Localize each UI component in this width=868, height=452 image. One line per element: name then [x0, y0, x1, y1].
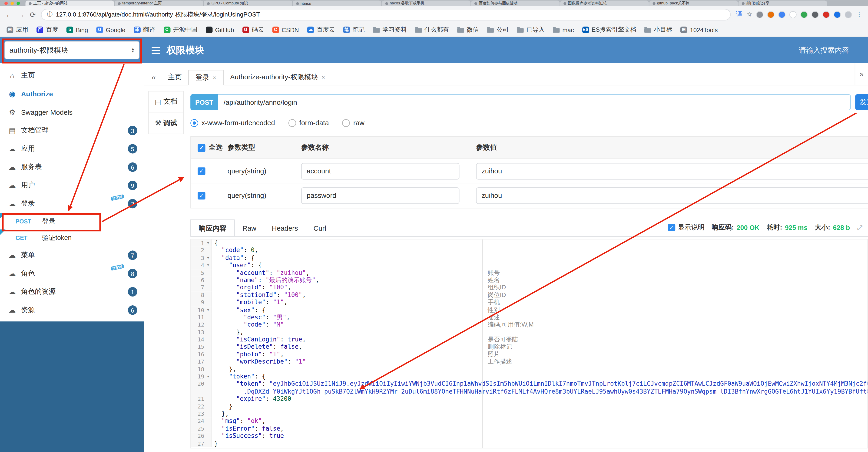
fold-icon[interactable]: ▾ [205, 262, 211, 269]
body-type-option[interactable]: raw [342, 119, 365, 126]
bookmark-item[interactable]: 译翻译 [134, 26, 155, 34]
browser-tab[interactable]: GPU - Compute 知识 [204, 0, 292, 6]
fold-icon[interactable]: ▾ [205, 373, 211, 380]
response-code-editor[interactable]: 1▾{2 "code": 0,3▾ "data": {4▾ "user": {5… [190, 239, 868, 448]
extension-icon[interactable] [767, 11, 774, 18]
response-tab-响应内容[interactable]: 响应内容 [190, 220, 235, 236]
radio-icon[interactable] [342, 119, 350, 126]
fullscreen-icon[interactable]: ⤢ [857, 224, 862, 231]
bookmark-item[interactable]: 公司 [487, 26, 508, 34]
param-name-input[interactable]: password [301, 187, 459, 204]
param-name-input[interactable]: account [301, 163, 459, 179]
close-tab-icon[interactable]: × [321, 69, 325, 85]
sidebar-item-service[interactable]: ☁服务表6 [0, 158, 144, 176]
sidebar-subitem-post-login[interactable]: POST登录 [0, 213, 144, 229]
minimize-window-button[interactable] [10, 2, 14, 5]
maximize-window-button[interactable] [17, 2, 20, 5]
body-type-option[interactable]: x-www-form-urlencoded [190, 119, 275, 126]
browser-tab[interactable]: temporary-interior 主页 [115, 0, 203, 6]
address-bar[interactable]: ⓘ 127.0.0.1:8760/api/gate/doc.html#/auth… [41, 9, 731, 20]
doc-nav-debug[interactable]: ⚒调试 [149, 112, 183, 133]
extension-icon[interactable] [778, 11, 785, 18]
extension-icon[interactable] [789, 11, 797, 18]
response-tab-Headers[interactable]: Headers [264, 220, 306, 236]
back-icon[interactable]: ← [6, 10, 13, 19]
bookmark-star-icon[interactable]: ☆ [746, 10, 752, 18]
bookmark-item[interactable]: 已导入 [517, 26, 545, 34]
profile-avatar[interactable] [845, 11, 852, 18]
close-tab-icon[interactable]: × [213, 70, 216, 85]
sidebar-item-authorize[interactable]: ◉Authorize [0, 85, 144, 103]
url-text[interactable]: 127.0.0.1:8760/api/gate/doc.html#/author… [56, 10, 724, 19]
radio-icon[interactable] [190, 119, 198, 126]
site-info-icon[interactable]: ⓘ [47, 10, 53, 18]
sidebar-item-home[interactable]: ⌂主页 [0, 66, 144, 85]
radio-icon[interactable] [288, 119, 296, 126]
row-checkbox[interactable]: ✓ [197, 192, 205, 199]
bookmark-item[interactable]: CCSDN [272, 26, 299, 33]
sidebar-item-role-resource[interactable]: ☁角色的资源1 [0, 283, 144, 301]
tabs-scroll-right-icon[interactable]: » [855, 63, 868, 85]
fold-icon[interactable]: ▾ [205, 239, 211, 247]
menu-toggle-icon[interactable] [152, 47, 160, 54]
fold-icon[interactable]: ▾ [205, 254, 211, 262]
bookmark-item[interactable]: GGoogle [96, 26, 125, 33]
sidebar-item-role[interactable]: ☁角色NEW8 [0, 264, 144, 283]
bookmark-item[interactable]: 笔笔记 [343, 26, 365, 34]
show-description-checkbox[interactable]: ✓ [668, 224, 675, 231]
browser-tab[interactable]: 主页 - 建设中的网站 [26, 0, 114, 6]
extension-icon[interactable] [800, 11, 808, 18]
doc-nav-doc[interactable]: ▤文档 [149, 91, 183, 112]
sidebar-item-resource[interactable]: ☁资源6 [0, 301, 144, 319]
browser-tab[interactable]: nacos 谷歌下载手机 [382, 0, 470, 6]
browser-tab[interactable]: 百度如何参与团建活动 [471, 0, 560, 6]
bookmark-item[interactable]: 小目标 [645, 26, 672, 34]
send-button[interactable]: 发送 [855, 94, 868, 110]
browser-tab[interactable]: 图数据库参考资料汇总 [560, 0, 649, 6]
extension-icon[interactable] [811, 11, 819, 18]
bookmark-item[interactable]: ☁百度云 [307, 26, 335, 34]
module-select[interactable]: authority-权限模块 ▲▼ [4, 41, 140, 59]
close-window-button[interactable] [4, 2, 8, 5]
bookmark-item[interactable]: ⊞1024Tools [681, 26, 718, 33]
response-tab-Curl[interactable]: Curl [306, 220, 334, 236]
request-url-input[interactable]: /api/authority/anno/login [218, 94, 851, 110]
browser-tab[interactable]: hbase [293, 0, 381, 6]
fold-icon[interactable]: ▾ [205, 306, 211, 314]
body-type-option[interactable]: form-data [288, 119, 329, 126]
bookmark-item[interactable]: bBing [66, 26, 88, 33]
extension-icon[interactable] [823, 11, 830, 18]
bookmark-item[interactable]: G码云 [242, 26, 264, 34]
bookmark-item[interactable]: GitHub [206, 26, 234, 33]
content-tab-login[interactable]: 登录× [188, 70, 223, 85]
sidebar-item-menu[interactable]: ☁菜单7 [0, 246, 144, 264]
sidebar-item-doc-manage[interactable]: ▤文档管理3 [0, 121, 144, 140]
response-tab-Raw[interactable]: Raw [235, 220, 264, 236]
sidebar-subitem-get-verify-token[interactable]: GET验证token [0, 229, 144, 246]
sidebar-item-swagger-models[interactable]: ⚙Swagger Models [0, 103, 144, 121]
header-search-input[interactable]: 请输入搜索内容 [799, 45, 849, 55]
content-tab-home[interactable]: 主页 [161, 69, 188, 85]
bookmark-item[interactable]: mac [553, 26, 574, 33]
tabs-scroll-left-icon[interactable]: « [152, 73, 156, 82]
translate-icon[interactable]: 译 [736, 10, 742, 19]
extension-icon[interactable] [756, 11, 764, 18]
bookmark-item[interactable]: 什么都有 [415, 26, 449, 34]
content-tab-authorize[interactable]: Authorize-authority-权限模块× [223, 69, 332, 85]
row-checkbox[interactable]: ✓ [197, 167, 205, 175]
bookmark-item[interactable]: ESES搜索引擎文档 [582, 26, 636, 34]
sidebar-item-user[interactable]: ☁用户9 [0, 176, 144, 195]
reload-icon[interactable]: ⟳ [30, 10, 36, 19]
bookmark-item[interactable]: C开源中国 [164, 26, 197, 34]
browser-tab[interactable]: github_pack关不掉 [649, 0, 738, 6]
browser-tab[interactable]: 部门知识分享 [739, 0, 827, 6]
param-value-input[interactable]: zuihou [476, 163, 868, 179]
forward-icon[interactable]: → [18, 10, 25, 19]
select-all-checkbox[interactable]: ✓ [197, 144, 205, 151]
param-value-input[interactable]: zuihou [476, 187, 868, 204]
sidebar-item-app[interactable]: ☁应用5 [0, 140, 144, 158]
bookmark-item[interactable]: ⊞应用 [7, 26, 28, 34]
menu-dots-icon[interactable]: ⋮ [856, 10, 862, 18]
bookmark-item[interactable]: 百百度 [36, 26, 58, 34]
sidebar-item-login[interactable]: ☁登录NEW2 [0, 195, 144, 213]
